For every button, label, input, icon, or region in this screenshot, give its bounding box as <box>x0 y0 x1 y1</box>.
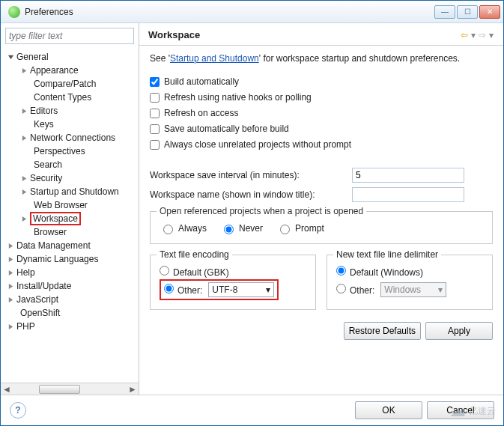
tree-item-startup[interactable]: Startup and Shutdown <box>4 185 139 198</box>
expand-icon <box>7 255 15 264</box>
page-title: Workspace <box>148 29 460 40</box>
enc-other[interactable]: Other: <box>164 284 202 296</box>
open-referenced-group: Open referenced projects when a project … <box>150 211 493 244</box>
save-before-build-checkbox[interactable] <box>150 124 160 134</box>
titlebar[interactable]: Preferences — ☐ ✕ <box>1 1 503 23</box>
expand-icon <box>7 242 15 250</box>
tree-item-network[interactable]: Network Connections <box>4 131 139 144</box>
encoding-group: Text file encoding Default (GBK) Other: … <box>150 255 316 310</box>
interval-label: Workspace save interval (in minutes): <box>150 170 352 180</box>
minimize-button[interactable]: — <box>434 5 455 19</box>
window-title: Preferences <box>25 7 434 17</box>
tree-item-perspectives[interactable]: Perspectives <box>4 144 139 158</box>
expand-icon <box>7 269 15 277</box>
tree-item-js[interactable]: JavaScript <box>4 293 139 306</box>
startup-link[interactable]: Startup and Shutdown <box>170 53 259 64</box>
tree-item-contenttypes[interactable]: Content Types <box>4 91 139 104</box>
tree-item-openshift[interactable]: OpenShift <box>4 306 139 320</box>
openref-prompt[interactable]: Prompt <box>276 222 324 234</box>
collapse-icon <box>7 53 15 61</box>
tree-item-browser[interactable]: Browser <box>4 225 139 239</box>
maximize-button[interactable]: ☐ <box>457 5 478 19</box>
expand-icon <box>20 107 28 115</box>
openref-never[interactable]: Never <box>220 222 263 234</box>
tree-item-dynlang[interactable]: Dynamic Languages <box>4 252 139 266</box>
tree-item-php[interactable]: PHP <box>4 320 139 333</box>
expand-icon <box>7 282 15 290</box>
refresh-native-checkbox[interactable] <box>150 93 160 103</box>
tree-item-compare[interactable]: Compare/Patch <box>4 77 139 91</box>
help-button[interactable]: ? <box>10 402 26 419</box>
refresh-access-checkbox[interactable] <box>150 109 160 118</box>
build-auto-checkbox[interactable] <box>150 77 160 87</box>
expand-icon <box>7 296 15 304</box>
tree-item-help[interactable]: Help <box>4 266 139 279</box>
expand-icon <box>7 323 15 331</box>
close-button[interactable]: ✕ <box>479 5 500 19</box>
delimiter-group: New text file line delimiter Default (Wi… <box>327 255 493 310</box>
sidebar: General Appearance Compare/Patch Content… <box>1 23 139 395</box>
tree-item-security[interactable]: Security <box>4 171 139 185</box>
enc-combo[interactable]: UTF-8▾ <box>208 282 274 297</box>
tree-item-general[interactable]: General <box>4 50 139 64</box>
expand-icon <box>20 134 28 142</box>
preferences-window: Preferences — ☐ ✕ General Appearance Com… <box>0 0 504 426</box>
intro-text: See 'Startup and Shutdown' for workspace… <box>150 53 493 64</box>
apply-button[interactable]: Apply <box>425 322 493 340</box>
tree-item-datamgmt[interactable]: Data Management <box>4 239 139 252</box>
restore-defaults-button[interactable]: Restore Defaults <box>344 322 421 340</box>
chevron-down-icon: ▾ <box>266 284 270 295</box>
delim-combo[interactable]: Windows▾ <box>380 282 446 297</box>
tree-item-install[interactable]: Install/Update <box>4 279 139 293</box>
tree-item-editors[interactable]: Editors <box>4 104 139 118</box>
tree-item-webbrowser[interactable]: Web Browser <box>4 198 139 212</box>
expand-icon <box>20 174 28 183</box>
expand-icon <box>20 215 28 223</box>
cancel-button[interactable]: Cancel <box>427 401 494 419</box>
horizontal-scrollbar[interactable]: ◄► <box>1 383 139 395</box>
tree-item-search[interactable]: Search <box>4 158 139 171</box>
ok-button[interactable]: OK <box>355 401 422 419</box>
chevron-down-icon: ▾ <box>438 284 443 295</box>
preference-tree[interactable]: General Appearance Compare/Patch Content… <box>1 49 139 383</box>
back-icon[interactable]: ⇦ <box>460 30 469 40</box>
openref-always[interactable]: Always <box>160 222 207 234</box>
enc-default[interactable]: Default (GBK) <box>160 266 229 278</box>
expand-icon <box>20 67 28 75</box>
tree-item-keys[interactable]: Keys <box>4 118 139 131</box>
close-unrelated-checkbox[interactable] <box>150 140 160 150</box>
delim-default[interactable]: Default (Windows) <box>336 266 423 278</box>
delim-other[interactable]: Other: <box>336 284 374 296</box>
forward-icon[interactable]: ⇨ <box>478 30 487 40</box>
back-menu-icon[interactable]: ▾ <box>470 30 476 40</box>
wsname-label: Workspace name (shown in window title): <box>150 189 352 200</box>
tree-item-appearance[interactable]: Appearance <box>4 64 139 77</box>
forward-menu-icon[interactable]: ▾ <box>488 30 494 40</box>
wsname-input[interactable] <box>352 187 464 202</box>
tree-item-workspace[interactable]: Workspace <box>4 212 139 225</box>
interval-input[interactable] <box>352 168 464 183</box>
app-icon <box>8 6 20 18</box>
expand-icon <box>20 188 28 196</box>
filter-input[interactable] <box>5 28 134 44</box>
